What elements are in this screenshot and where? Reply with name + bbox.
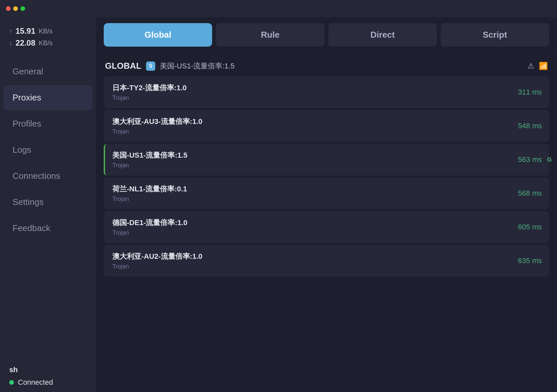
proxy-item-info: 美国-US1-流量倍率:1.5Trojan <box>112 150 518 169</box>
sh-label: sh <box>9 366 87 374</box>
speed-display: ↑ 15.91 KB/s ↓ 22.08 KB/s <box>0 17 96 56</box>
proxy-latency: 568 ms <box>518 189 542 198</box>
proxy-latency: 563 ms <box>518 155 542 164</box>
proxy-item-de-de1[interactable]: 德国-DE1-流量倍率:1.0Trojan605 ms <box>104 211 549 243</box>
download-speed-value: 22.08 <box>16 37 35 49</box>
sidebar: ↑ 15.91 KB/s ↓ 22.08 KB/s GeneralProxies… <box>0 17 96 392</box>
proxy-type: Trojan <box>112 263 518 270</box>
download-speed-unit: KB/s <box>39 38 53 48</box>
traffic-lights <box>6 6 25 11</box>
main-container: ↑ 15.91 KB/s ↓ 22.08 KB/s GeneralProxies… <box>0 17 557 392</box>
close-button[interactable] <box>6 6 11 11</box>
proxy-item-info: 澳大利亚-AU3-流量倍率:1.0Trojan <box>112 117 518 135</box>
titlebar <box>0 0 557 17</box>
nav-items: GeneralProxiesProfilesLogsConnectionsSet… <box>0 56 96 360</box>
tab-rule[interactable]: Rule <box>216 23 324 47</box>
proxy-item-au-au3[interactable]: 澳大利亚-AU3-流量倍率:1.0Trojan548 ms <box>104 110 549 142</box>
sidebar-item-connections[interactable]: Connections <box>3 164 93 188</box>
sidebar-footer: sh Connected <box>0 360 96 392</box>
sidebar-item-logs[interactable]: Logs <box>3 137 93 162</box>
proxy-name: 荷兰-NL1-流量倍率:0.1 <box>112 184 518 194</box>
proxy-name: 澳大利亚-AU2-流量倍率:1.0 <box>112 252 518 261</box>
proxy-name: 日本-TY2-流量倍率:1.0 <box>112 83 518 93</box>
sidebar-item-profiles[interactable]: Profiles <box>3 111 93 136</box>
download-speed-row: ↓ 22.08 KB/s <box>9 37 87 49</box>
global-header: GLOBAL S 美国-US1-流量倍率:1.5 ⚠ 📶 <box>104 53 549 76</box>
upload-speed-unit: KB/s <box>39 26 53 36</box>
connected-row: Connected <box>9 378 87 387</box>
alert-icon[interactable]: ⚠ <box>528 62 534 70</box>
tab-global[interactable]: Global <box>104 23 212 47</box>
sidebar-item-settings[interactable]: Settings <box>3 190 93 215</box>
content-area: GlobalRuleDirectScript GLOBAL S 美国-US1-流… <box>96 17 557 392</box>
proxy-g-badge: G <box>547 156 552 163</box>
current-proxy-name: 美国-US1-流量倍率:1.5 <box>160 61 523 71</box>
download-arrow-icon: ↓ <box>9 39 12 48</box>
tab-script[interactable]: Script <box>441 23 549 47</box>
sidebar-item-feedback[interactable]: Feedback <box>3 216 93 241</box>
global-header-icons: ⚠ 📶 <box>528 62 548 70</box>
proxy-item-info: 日本-TY2-流量倍率:1.0Trojan <box>112 83 518 101</box>
sidebar-item-proxies[interactable]: Proxies <box>3 85 93 110</box>
proxy-item-jp-ty2[interactable]: 日本-TY2-流量倍率:1.0Trojan311 ms <box>104 76 549 108</box>
proxy-item-us-us1[interactable]: 美国-US1-流量倍率:1.5Trojan563 msG <box>104 144 549 176</box>
wifi-icon[interactable]: 📶 <box>539 62 548 70</box>
proxy-name: 德国-DE1-流量倍率:1.0 <box>112 218 518 228</box>
proxy-list[interactable]: GLOBAL S 美国-US1-流量倍率:1.5 ⚠ 📶 日本-TY2-流量倍率… <box>96 53 557 392</box>
sidebar-item-general[interactable]: General <box>3 59 93 84</box>
proxy-type: Trojan <box>112 162 518 169</box>
proxy-type: Trojan <box>112 128 518 135</box>
proxy-latency: 635 ms <box>518 256 542 265</box>
proxy-name: 美国-US1-流量倍率:1.5 <box>112 150 518 160</box>
proxy-latency: 605 ms <box>518 223 542 231</box>
proxy-name: 澳大利亚-AU3-流量倍率:1.0 <box>112 117 518 127</box>
proxy-latency: 311 ms <box>518 88 542 97</box>
proxy-item-info: 荷兰-NL1-流量倍率:0.1Trojan <box>112 184 518 203</box>
upload-speed-row: ↑ 15.91 KB/s <box>9 25 87 37</box>
tab-direct[interactable]: Direct <box>328 23 437 47</box>
global-group-label: GLOBAL <box>105 61 141 71</box>
mode-tabs: GlobalRuleDirectScript <box>96 17 557 53</box>
proxy-item-nl-nl1[interactable]: 荷兰-NL1-流量倍率:0.1Trojan568 ms <box>104 177 549 209</box>
proxy-item-info: 澳大利亚-AU2-流量倍率:1.0Trojan <box>112 252 518 270</box>
minimize-button[interactable] <box>13 6 18 11</box>
upload-speed-value: 15.91 <box>16 25 35 37</box>
connected-dot-icon <box>9 380 14 385</box>
global-badge: S <box>146 61 155 71</box>
proxy-latency: 548 ms <box>518 122 542 130</box>
proxy-item-info: 德国-DE1-流量倍率:1.0Trojan <box>112 218 518 236</box>
proxy-type: Trojan <box>112 229 518 236</box>
proxy-item-au-au2[interactable]: 澳大利亚-AU2-流量倍率:1.0Trojan635 ms <box>104 245 549 277</box>
upload-arrow-icon: ↑ <box>9 27 12 36</box>
proxy-type: Trojan <box>112 95 518 101</box>
proxy-type: Trojan <box>112 196 518 203</box>
connected-label: Connected <box>18 378 53 387</box>
maximize-button[interactable] <box>20 6 25 11</box>
